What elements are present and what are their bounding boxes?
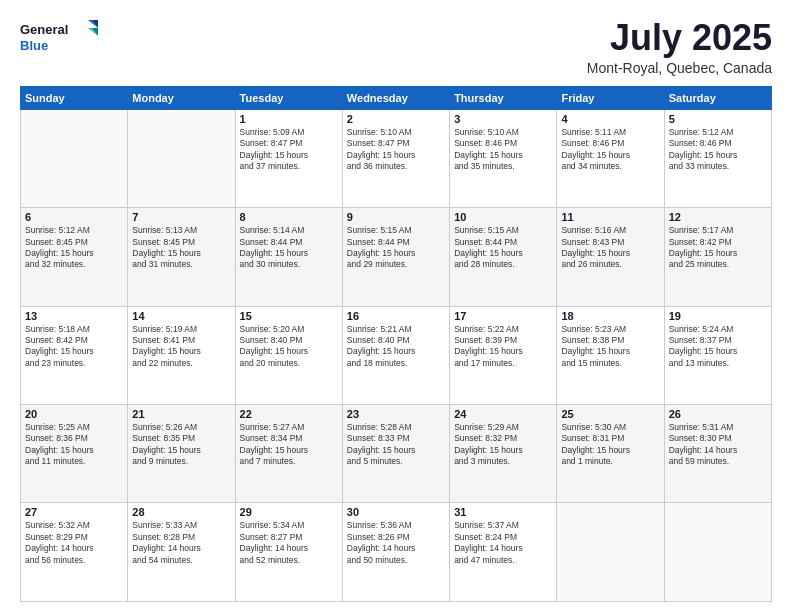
header-row: SundayMondayTuesdayWednesdayThursdayFrid…: [21, 86, 772, 109]
cell-week5-day5: 31Sunrise: 5:37 AM Sunset: 8:24 PM Dayli…: [450, 503, 557, 602]
cell-week4-day7: 26Sunrise: 5:31 AM Sunset: 8:30 PM Dayli…: [664, 405, 771, 503]
header-tuesday: Tuesday: [235, 86, 342, 109]
cell-week1-day5: 3Sunrise: 5:10 AM Sunset: 8:46 PM Daylig…: [450, 109, 557, 207]
day-number: 4: [561, 113, 659, 125]
day-info: Sunrise: 5:12 AM Sunset: 8:46 PM Dayligh…: [669, 127, 767, 173]
day-info: Sunrise: 5:19 AM Sunset: 8:41 PM Dayligh…: [132, 324, 230, 370]
cell-week1-day3: 1Sunrise: 5:09 AM Sunset: 8:47 PM Daylig…: [235, 109, 342, 207]
cell-week3-day2: 14Sunrise: 5:19 AM Sunset: 8:41 PM Dayli…: [128, 306, 235, 404]
header-friday: Friday: [557, 86, 664, 109]
cell-week5-day4: 30Sunrise: 5:36 AM Sunset: 8:26 PM Dayli…: [342, 503, 449, 602]
header-sunday: Sunday: [21, 86, 128, 109]
title-block: July 2025 Mont-Royal, Quebec, Canada: [587, 18, 772, 76]
day-number: 3: [454, 113, 552, 125]
header-saturday: Saturday: [664, 86, 771, 109]
day-number: 31: [454, 506, 552, 518]
day-number: 7: [132, 211, 230, 223]
cell-week4-day5: 24Sunrise: 5:29 AM Sunset: 8:32 PM Dayli…: [450, 405, 557, 503]
cell-week1-day6: 4Sunrise: 5:11 AM Sunset: 8:46 PM Daylig…: [557, 109, 664, 207]
day-info: Sunrise: 5:10 AM Sunset: 8:46 PM Dayligh…: [454, 127, 552, 173]
header: General Blue July 2025 Mont-Royal, Quebe…: [20, 18, 772, 76]
day-number: 15: [240, 310, 338, 322]
day-info: Sunrise: 5:22 AM Sunset: 8:39 PM Dayligh…: [454, 324, 552, 370]
cell-week5-day3: 29Sunrise: 5:34 AM Sunset: 8:27 PM Dayli…: [235, 503, 342, 602]
day-info: Sunrise: 5:34 AM Sunset: 8:27 PM Dayligh…: [240, 520, 338, 566]
day-number: 25: [561, 408, 659, 420]
cell-week1-day7: 5Sunrise: 5:12 AM Sunset: 8:46 PM Daylig…: [664, 109, 771, 207]
day-info: Sunrise: 5:15 AM Sunset: 8:44 PM Dayligh…: [347, 225, 445, 271]
header-thursday: Thursday: [450, 86, 557, 109]
header-monday: Monday: [128, 86, 235, 109]
calendar-table: SundayMondayTuesdayWednesdayThursdayFrid…: [20, 86, 772, 602]
day-number: 18: [561, 310, 659, 322]
day-number: 10: [454, 211, 552, 223]
cell-week5-day1: 27Sunrise: 5:32 AM Sunset: 8:29 PM Dayli…: [21, 503, 128, 602]
day-number: 11: [561, 211, 659, 223]
cell-week5-day7: [664, 503, 771, 602]
day-info: Sunrise: 5:15 AM Sunset: 8:44 PM Dayligh…: [454, 225, 552, 271]
day-info: Sunrise: 5:09 AM Sunset: 8:47 PM Dayligh…: [240, 127, 338, 173]
day-number: 5: [669, 113, 767, 125]
calendar-header: SundayMondayTuesdayWednesdayThursdayFrid…: [21, 86, 772, 109]
day-number: 16: [347, 310, 445, 322]
day-info: Sunrise: 5:13 AM Sunset: 8:45 PM Dayligh…: [132, 225, 230, 271]
day-info: Sunrise: 5:30 AM Sunset: 8:31 PM Dayligh…: [561, 422, 659, 468]
day-info: Sunrise: 5:25 AM Sunset: 8:36 PM Dayligh…: [25, 422, 123, 468]
day-number: 28: [132, 506, 230, 518]
day-number: 19: [669, 310, 767, 322]
cell-week4-day1: 20Sunrise: 5:25 AM Sunset: 8:36 PM Dayli…: [21, 405, 128, 503]
day-info: Sunrise: 5:21 AM Sunset: 8:40 PM Dayligh…: [347, 324, 445, 370]
cell-week5-day6: [557, 503, 664, 602]
svg-text:General: General: [20, 22, 68, 37]
week-row-4: 20Sunrise: 5:25 AM Sunset: 8:36 PM Dayli…: [21, 405, 772, 503]
day-number: 2: [347, 113, 445, 125]
week-row-2: 6Sunrise: 5:12 AM Sunset: 8:45 PM Daylig…: [21, 208, 772, 306]
header-wednesday: Wednesday: [342, 86, 449, 109]
day-number: 12: [669, 211, 767, 223]
logo: General Blue: [20, 18, 100, 56]
day-number: 1: [240, 113, 338, 125]
day-info: Sunrise: 5:17 AM Sunset: 8:42 PM Dayligh…: [669, 225, 767, 271]
day-number: 8: [240, 211, 338, 223]
day-number: 20: [25, 408, 123, 420]
day-info: Sunrise: 5:26 AM Sunset: 8:35 PM Dayligh…: [132, 422, 230, 468]
cell-week2-day3: 8Sunrise: 5:14 AM Sunset: 8:44 PM Daylig…: [235, 208, 342, 306]
week-row-5: 27Sunrise: 5:32 AM Sunset: 8:29 PM Dayli…: [21, 503, 772, 602]
day-number: 17: [454, 310, 552, 322]
day-info: Sunrise: 5:36 AM Sunset: 8:26 PM Dayligh…: [347, 520, 445, 566]
day-info: Sunrise: 5:10 AM Sunset: 8:47 PM Dayligh…: [347, 127, 445, 173]
day-info: Sunrise: 5:27 AM Sunset: 8:34 PM Dayligh…: [240, 422, 338, 468]
cell-week3-day6: 18Sunrise: 5:23 AM Sunset: 8:38 PM Dayli…: [557, 306, 664, 404]
cell-week2-day7: 12Sunrise: 5:17 AM Sunset: 8:42 PM Dayli…: [664, 208, 771, 306]
cell-week2-day2: 7Sunrise: 5:13 AM Sunset: 8:45 PM Daylig…: [128, 208, 235, 306]
day-number: 21: [132, 408, 230, 420]
cell-week3-day1: 13Sunrise: 5:18 AM Sunset: 8:42 PM Dayli…: [21, 306, 128, 404]
cell-week1-day2: [128, 109, 235, 207]
day-info: Sunrise: 5:32 AM Sunset: 8:29 PM Dayligh…: [25, 520, 123, 566]
logo-icon: General Blue: [20, 18, 100, 56]
subtitle: Mont-Royal, Quebec, Canada: [587, 60, 772, 76]
cell-week2-day5: 10Sunrise: 5:15 AM Sunset: 8:44 PM Dayli…: [450, 208, 557, 306]
day-number: 9: [347, 211, 445, 223]
cell-week2-day1: 6Sunrise: 5:12 AM Sunset: 8:45 PM Daylig…: [21, 208, 128, 306]
cell-week1-day4: 2Sunrise: 5:10 AM Sunset: 8:47 PM Daylig…: [342, 109, 449, 207]
day-info: Sunrise: 5:14 AM Sunset: 8:44 PM Dayligh…: [240, 225, 338, 271]
day-number: 24: [454, 408, 552, 420]
cell-week3-day7: 19Sunrise: 5:24 AM Sunset: 8:37 PM Dayli…: [664, 306, 771, 404]
cell-week3-day4: 16Sunrise: 5:21 AM Sunset: 8:40 PM Dayli…: [342, 306, 449, 404]
day-info: Sunrise: 5:12 AM Sunset: 8:45 PM Dayligh…: [25, 225, 123, 271]
day-number: 14: [132, 310, 230, 322]
day-number: 27: [25, 506, 123, 518]
cell-week2-day6: 11Sunrise: 5:16 AM Sunset: 8:43 PM Dayli…: [557, 208, 664, 306]
calendar-body: 1Sunrise: 5:09 AM Sunset: 8:47 PM Daylig…: [21, 109, 772, 601]
day-number: 22: [240, 408, 338, 420]
day-number: 23: [347, 408, 445, 420]
week-row-1: 1Sunrise: 5:09 AM Sunset: 8:47 PM Daylig…: [21, 109, 772, 207]
day-info: Sunrise: 5:29 AM Sunset: 8:32 PM Dayligh…: [454, 422, 552, 468]
day-number: 30: [347, 506, 445, 518]
cell-week3-day5: 17Sunrise: 5:22 AM Sunset: 8:39 PM Dayli…: [450, 306, 557, 404]
svg-text:Blue: Blue: [20, 38, 48, 53]
day-number: 6: [25, 211, 123, 223]
day-info: Sunrise: 5:37 AM Sunset: 8:24 PM Dayligh…: [454, 520, 552, 566]
cell-week4-day4: 23Sunrise: 5:28 AM Sunset: 8:33 PM Dayli…: [342, 405, 449, 503]
